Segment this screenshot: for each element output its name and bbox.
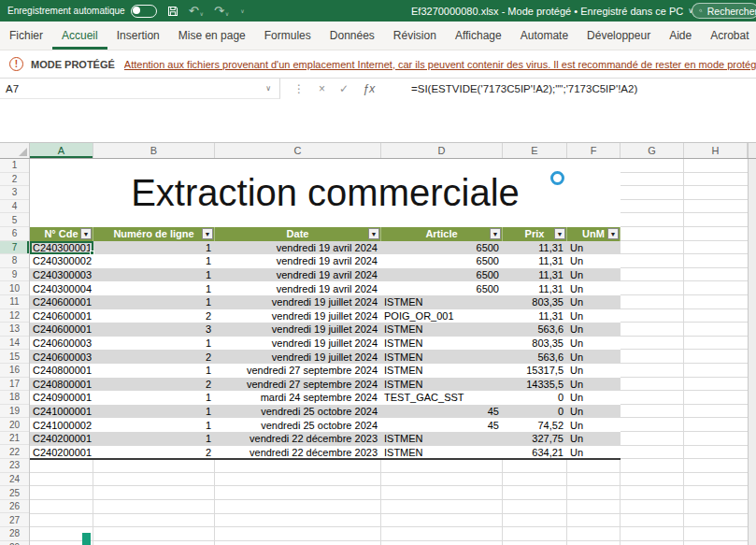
autosave-control[interactable]: Enregistrement automatique — [7, 5, 157, 18]
cell-b18[interactable]: 1 — [93, 391, 215, 405]
tab-insertion[interactable]: Insertion — [107, 22, 169, 50]
cell-f14[interactable]: Un — [567, 337, 620, 351]
column-header-g[interactable]: G — [620, 143, 684, 158]
cell-b14[interactable]: 1 — [93, 337, 215, 351]
cell-d10[interactable]: 6500 — [381, 281, 503, 295]
table-header-a6[interactable]: N° Cde▼ — [30, 227, 93, 241]
undo-icon[interactable]: ↶∨ — [189, 5, 204, 17]
tab-acrobat[interactable]: Acrobat — [701, 22, 756, 50]
tab-aide[interactable]: Aide — [660, 22, 701, 50]
cell-f9[interactable]: Un — [567, 268, 620, 282]
cell-c15[interactable]: vendredi 19 juillet 2024 — [215, 350, 381, 364]
tab-fichier[interactable]: Fichier — [0, 22, 52, 50]
row-header-2[interactable]: 2 — [0, 173, 29, 187]
cell-d21[interactable]: ISTMEN — [381, 432, 503, 446]
row-header-9[interactable]: 9 — [0, 268, 29, 282]
row-header-12[interactable]: 12 — [0, 309, 29, 323]
cell-b13[interactable]: 3 — [93, 323, 215, 337]
cell-f13[interactable]: Un — [567, 323, 620, 337]
filter-dropdown-icon[interactable]: ▼ — [607, 228, 619, 239]
tab-affichage[interactable]: Affichage — [446, 22, 511, 50]
fill-handle[interactable] — [90, 251, 94, 255]
cell-c22[interactable]: vendredi 22 décembre 2023 — [215, 446, 381, 460]
filter-dropdown-icon[interactable]: ▼ — [202, 228, 213, 239]
cell-e19[interactable]: 0 — [503, 405, 567, 419]
filter-dropdown-icon[interactable]: ▼ — [554, 228, 565, 239]
row-header-21[interactable]: 21 — [0, 432, 29, 446]
redo-icon[interactable]: ↷∨ — [214, 5, 229, 17]
table-header-f6[interactable]: UnM▼ — [567, 227, 620, 241]
table-header-b6[interactable]: Numéro de ligne▼ — [93, 227, 215, 241]
cell-e11[interactable]: 803,35 — [503, 295, 567, 309]
cell-f16[interactable]: Un — [567, 364, 620, 378]
cell-f10[interactable]: Un — [567, 281, 620, 295]
cell-a12[interactable]: C240600001 — [30, 309, 93, 323]
cell-a10[interactable]: C240300004 — [30, 281, 93, 295]
cell-d15[interactable]: ISTMEN — [381, 350, 503, 364]
cell-d13[interactable]: ISTMEN — [381, 323, 503, 337]
cell-a19[interactable]: C241000001 — [30, 405, 93, 419]
quick-access-caret-icon[interactable]: ∨ — [239, 8, 244, 14]
cell-e20[interactable]: 74,52 — [503, 418, 567, 432]
insert-function-icon[interactable]: ƒx — [363, 82, 375, 95]
cell-d7[interactable]: 6500 — [381, 241, 503, 255]
table-header-c6[interactable]: Date▼ — [215, 227, 381, 241]
cell-a15[interactable]: C240600003 — [30, 350, 93, 364]
cell-c14[interactable]: vendredi 19 juillet 2024 — [215, 337, 381, 351]
cell-d8[interactable]: 6500 — [381, 254, 503, 268]
name-box-caret-icon[interactable]: ∨ — [265, 84, 271, 93]
cell-c8[interactable]: vendredi 19 avril 2024 — [215, 254, 381, 268]
row-header-5[interactable]: 5 — [0, 213, 29, 227]
cell-a13[interactable]: C240600001 — [30, 323, 93, 337]
cell-a14[interactable]: C240600003 — [30, 337, 93, 351]
cell-d19[interactable]: 45 — [381, 405, 503, 419]
cell-c16[interactable]: vendredi 27 septembre 2024 — [215, 364, 381, 378]
cell-e16[interactable]: 15317,5 — [503, 364, 567, 378]
cell-f12[interactable]: Un — [567, 309, 620, 323]
table-header-d6[interactable]: Article▼ — [381, 227, 503, 241]
autosave-toggle[interactable] — [131, 5, 157, 18]
row-header-13[interactable]: 13 — [0, 323, 29, 337]
row-header-26[interactable]: 26 — [0, 500, 29, 514]
cell-f15[interactable]: Un — [567, 350, 620, 364]
cell-a22[interactable]: C240200001 — [30, 446, 93, 460]
cell-a9[interactable]: C240300003 — [30, 268, 93, 282]
cell-e13[interactable]: 563,6 — [503, 323, 567, 337]
tab-d-veloppeur[interactable]: Développeur — [578, 22, 660, 50]
cell-e9[interactable]: 11,31 — [503, 268, 567, 282]
cell-a17[interactable]: C240800001 — [30, 378, 93, 392]
cell-a18[interactable]: C240900001 — [30, 391, 93, 405]
cell-c21[interactable]: vendredi 22 décembre 2023 — [215, 432, 381, 446]
tab-r-vision[interactable]: Révision — [384, 22, 446, 50]
column-header-d[interactable]: D — [381, 143, 503, 158]
cell-f19[interactable]: Un — [567, 405, 620, 419]
cell-b22[interactable]: 2 — [93, 446, 215, 460]
cell-e10[interactable]: 11,31 — [503, 281, 567, 295]
row-header-20[interactable]: 20 — [0, 418, 29, 432]
cell-e14[interactable]: 803,35 — [503, 337, 567, 351]
cell-c11[interactable]: vendredi 19 juillet 2024 — [215, 295, 381, 309]
row-header-24[interactable]: 24 — [0, 473, 29, 487]
filter-dropdown-icon[interactable]: ▼ — [80, 228, 92, 239]
cell-b9[interactable]: 1 — [93, 268, 215, 282]
cell-b16[interactable]: 1 — [93, 364, 215, 378]
cell-c9[interactable]: vendredi 19 avril 2024 — [215, 268, 381, 282]
filter-dropdown-icon[interactable]: ▼ — [490, 228, 501, 239]
row-header-19[interactable]: 19 — [0, 405, 29, 419]
row-header-25[interactable]: 25 — [0, 486, 29, 500]
tab-formules[interactable]: Formules — [255, 22, 321, 50]
cell-b12[interactable]: 2 — [93, 309, 215, 323]
row-header-11[interactable]: 11 — [0, 295, 29, 309]
row-header-4[interactable]: 4 — [0, 200, 29, 214]
row-header-28[interactable]: 28 — [0, 527, 29, 541]
column-header-a[interactable]: A — [30, 143, 93, 158]
tab-mise-en-page[interactable]: Mise en page — [169, 22, 255, 50]
protected-view-message[interactable]: Attention aux fichiers provenant d'un em… — [124, 59, 756, 70]
row-header-17[interactable]: 17 — [0, 378, 29, 392]
save-icon[interactable] — [167, 6, 178, 17]
cell-d18[interactable]: TEST_GAC_SST — [381, 391, 503, 405]
cell-e7[interactable]: 11,31 — [503, 241, 567, 255]
row-header-10[interactable]: 10 — [0, 281, 29, 295]
formula-input[interactable]: =SI(ESTVIDE('7173C5IP'!A2);"";'7173C5IP'… — [411, 79, 637, 99]
cell-e15[interactable]: 563,6 — [503, 350, 567, 364]
